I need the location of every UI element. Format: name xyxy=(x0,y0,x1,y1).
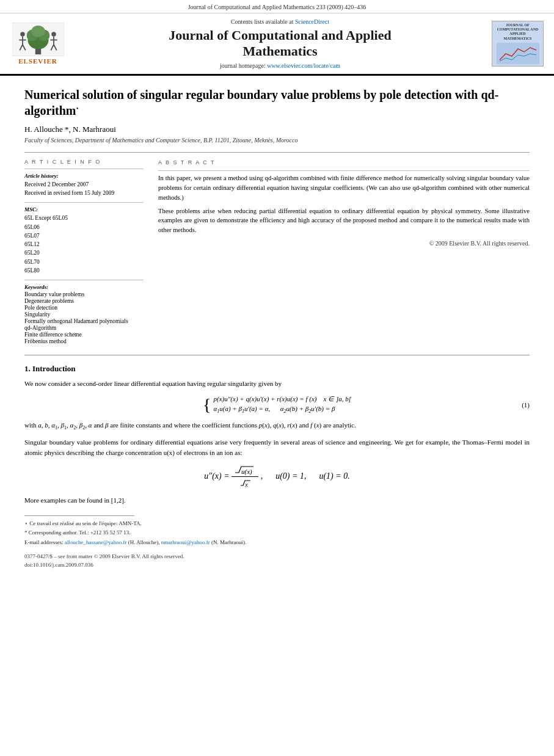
article-title: Numerical solution of singular regular b… xyxy=(24,87,530,118)
email-link-allouche[interactable]: allouche_hassane@yahoo.fr xyxy=(65,539,127,545)
footnote-3: E-mail addresses: allouche_hassane@yahoo… xyxy=(24,539,530,547)
svg-point-11 xyxy=(51,32,56,37)
abstract-heading: A B S T R A C T xyxy=(158,159,530,167)
intro-para4: More examples can be found in [1,2]. xyxy=(24,495,530,506)
abstract-text: In this paper, we present a method using… xyxy=(158,173,530,235)
received-date: Received 2 December 2007 xyxy=(24,180,144,189)
svg-rect-1 xyxy=(35,49,40,54)
abstract-divider xyxy=(158,170,530,171)
info-divider-3 xyxy=(24,280,144,280)
msc-code-item: 65L Except 65L05 xyxy=(24,214,144,222)
bottom-line2: doi:10.1016/j.cam.2009.07.036 xyxy=(24,561,530,570)
bottom-bar: 0377-0427/$ – see front matter © 2009 El… xyxy=(24,553,530,569)
keyword-item: Fröbenius method xyxy=(24,338,144,344)
thomas-fermi-equation: u″(x) = u(x) x , u(0) = 1, u(1) = 0. xyxy=(24,464,530,489)
journal-title: Journal of Computational and Applied Mat… xyxy=(75,27,486,60)
svg-rect-16 xyxy=(497,43,539,64)
svg-text:x: x xyxy=(244,481,248,488)
keywords-label: Keywords: xyxy=(24,284,144,290)
journal-cover-area: JOURNAL OF COMPUTATIONAL AND APPLIED MAT… xyxy=(492,21,547,67)
keyword-item: Finite difference scheme xyxy=(24,332,144,338)
article-info-column: A R T I C L E I N F O Article history: R… xyxy=(24,159,144,345)
journal-homepage: journal homepage: www.elsevier.com/locat… xyxy=(75,62,486,69)
elsevier-logo-area: ELSEVIER xyxy=(7,23,68,65)
footnote-auth1: (H. Allouche), xyxy=(128,539,160,545)
sqrt-x-icon: x xyxy=(239,477,250,489)
abstract-para2: These problems arise when reducing parti… xyxy=(158,206,530,235)
intro-para1: We now consider a second-order linear di… xyxy=(24,379,530,389)
eq1-line2: α1u(a) + β1u′(a) = α, α2u(b) + β2u′(b) =… xyxy=(214,405,351,414)
svg-point-6 xyxy=(20,32,25,37)
equation-system: { p(x)u″(x) + q(x)u′(x) + r(x)u(x) = f (… xyxy=(203,395,351,414)
msc-code-item: 65L20 xyxy=(24,249,144,257)
contents-available-line: Contents lists available at ScienceDirec… xyxy=(75,18,486,25)
sqrt-ux-icon: u(x) xyxy=(234,464,256,476)
info-divider-2 xyxy=(24,202,144,203)
affiliation: Faculty of Sciences, Department of Mathe… xyxy=(24,137,530,144)
revised-date: Received in revised form 15 July 2009 xyxy=(24,189,144,197)
title-star: ⋆ xyxy=(76,106,79,111)
keyword-item: Singularity xyxy=(24,311,144,318)
bottom-line1: 0377-0427/$ – see front matter © 2009 El… xyxy=(24,553,530,561)
abstract-para1: In this paper, we present a method using… xyxy=(158,173,530,202)
cover-chart-icon xyxy=(497,43,539,64)
msc-code-item: 65L12 xyxy=(24,240,144,249)
article-info-abstract-section: A R T I C L E I N F O Article history: R… xyxy=(24,159,530,345)
email-link-marhraoui[interactable]: nmarhraoui@yahoo.fr xyxy=(161,539,210,545)
equation-number-1: (1) xyxy=(522,401,530,409)
footnote-1: ⋆ Ce travail est réalisé au sein de l'éq… xyxy=(24,520,530,528)
msc-code-item: 65L06 xyxy=(24,223,144,231)
msc-code-item: 65L70 xyxy=(24,258,144,266)
sciencedirect-link[interactable]: ScienceDirect xyxy=(295,18,329,25)
footnote-auth2: (N. Marhraoui). xyxy=(211,539,246,545)
keyword-item: Formally orthogonal Hadamard polynomials xyxy=(24,318,144,324)
copyright-notice: © 2009 Elsevier B.V. All rights reserved… xyxy=(158,239,530,248)
msc-label: MSC: xyxy=(24,206,144,213)
svg-point-5 xyxy=(31,26,45,37)
msc-code-item: 65L80 xyxy=(24,266,144,275)
introduction-section-title: 1. Introduction xyxy=(24,364,530,374)
elsevier-brand-text: ELSEVIER xyxy=(18,57,57,65)
abstract-column: A B S T R A C T In this paper, we presen… xyxy=(158,159,530,345)
history-label: Article history: xyxy=(24,173,144,179)
eq1-line1: p(x)u″(x) + q(x)u′(x) + r(x)u(x) = f (x)… xyxy=(214,395,351,403)
keywords-list: Boundary value problemsDegenerate proble… xyxy=(24,291,144,344)
msc-code-item: 65L07 xyxy=(24,231,144,240)
journal-homepage-link[interactable]: www.elsevier.com/locate/cam xyxy=(267,62,340,69)
keyword-item: Pole detection xyxy=(24,305,144,311)
footnote-2: * Corresponding author. Tel.: +212 35 52… xyxy=(24,529,530,537)
body-divider xyxy=(24,355,530,355)
main-content: Numerical solution of singular regular b… xyxy=(0,76,554,582)
equation-lines: p(x)u″(x) + q(x)u′(x) + r(x)u(x) = f (x)… xyxy=(214,395,351,414)
top-citation-bar: Journal of Computational and Applied Mat… xyxy=(0,0,554,13)
svg-text:u(x): u(x) xyxy=(241,468,252,476)
left-brace-icon: { xyxy=(203,396,211,413)
journal-cover-thumbnail: JOURNAL OF COMPUTATIONAL AND APPLIED MAT… xyxy=(492,21,544,67)
cover-title-text: JOURNAL OF COMPUTATIONAL AND APPLIED MAT… xyxy=(497,23,539,41)
footnotes: ⋆ Ce travail est réalisé au sein de l'éq… xyxy=(24,520,530,547)
msc-codes: 65L Except 65L0565L0665L0765L1265L2065L7… xyxy=(24,214,144,275)
keyword-item: Degenerate problems xyxy=(24,298,144,304)
keyword-item: qd-Algorithm xyxy=(24,325,144,331)
journal-header: ELSEVIER Contents lists available at Sci… xyxy=(0,13,554,76)
keyword-item: Boundary value problems xyxy=(24,291,144,297)
info-divider-1 xyxy=(24,169,144,169)
authors: H. Allouche *, N. Marhraoui xyxy=(24,125,530,134)
article-info-heading: A R T I C L E I N F O xyxy=(24,159,144,165)
equation-1: { p(x)u″(x) + q(x)u′(x) + r(x)u(x) = f (… xyxy=(24,395,530,414)
elsevier-tree-icon xyxy=(12,23,64,56)
journal-title-area: Contents lists available at ScienceDirec… xyxy=(75,18,486,69)
intro-para2: with a, b, α1, β1, α2, β2, α and β are f… xyxy=(24,420,530,432)
footnote-email-label: E-mail addresses: xyxy=(24,539,64,545)
section-divider xyxy=(24,152,530,153)
footnote-divider xyxy=(24,515,134,516)
intro-para3: Singular boundary value problems for ord… xyxy=(24,437,530,458)
